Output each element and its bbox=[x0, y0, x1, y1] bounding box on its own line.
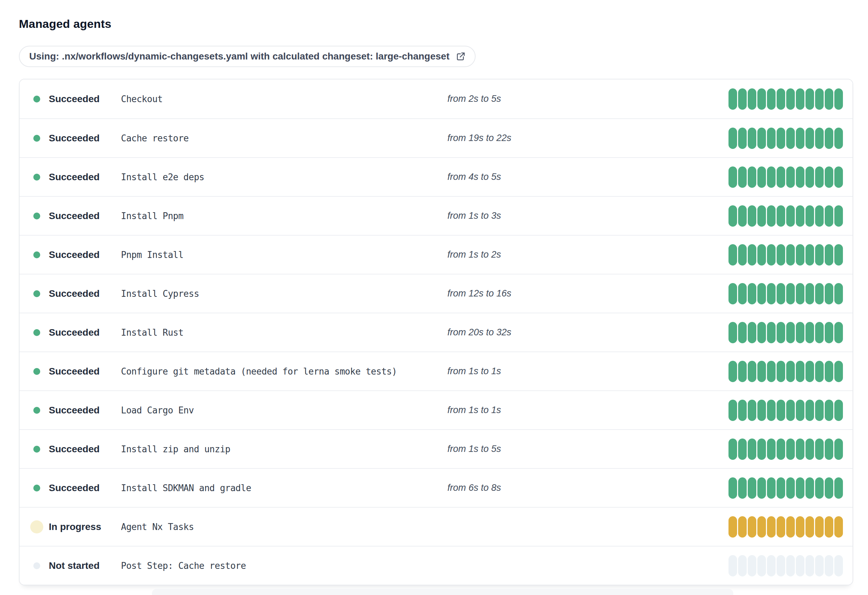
step-name: Install Cypress bbox=[121, 289, 447, 299]
bar-segment bbox=[757, 283, 766, 304]
bar-segment bbox=[767, 88, 776, 110]
bar-segment bbox=[796, 516, 805, 537]
bar-segment bbox=[786, 166, 795, 188]
bar-segment bbox=[776, 516, 785, 537]
status-indicator bbox=[33, 247, 49, 262]
bar-segment bbox=[738, 438, 747, 460]
agent-row[interactable]: Succeeded Install zip and unzip from 1s … bbox=[19, 429, 853, 468]
bar-segment bbox=[738, 322, 747, 343]
bar-segment bbox=[748, 88, 756, 110]
bar-segment bbox=[786, 283, 795, 304]
status-label: Succeeded bbox=[49, 172, 121, 183]
bar-segment bbox=[834, 322, 843, 343]
bar-segment bbox=[767, 205, 776, 226]
bar-segment bbox=[776, 283, 785, 304]
bar-segment bbox=[815, 516, 824, 537]
bar-segment bbox=[767, 244, 776, 265]
step-duration: from 1s to 3s bbox=[447, 210, 728, 221]
agent-row[interactable]: Succeeded Install SDKMAN and gradle from… bbox=[19, 468, 853, 507]
bar-segment bbox=[776, 322, 785, 343]
bar-segment bbox=[834, 283, 843, 304]
agent-row[interactable]: Succeeded Pnpm Install from 1s to 2s bbox=[19, 235, 853, 274]
agent-row[interactable]: Succeeded Install e2e deps from 4s to 5s bbox=[19, 157, 853, 196]
bar-segment bbox=[815, 438, 824, 460]
bar-segment bbox=[767, 283, 776, 304]
agent-row[interactable]: Succeeded Install Rust from 20s to 32s bbox=[19, 312, 853, 351]
status-indicator bbox=[33, 519, 49, 534]
bar-segment bbox=[786, 205, 795, 226]
bar-segment bbox=[748, 244, 756, 265]
bar-segment bbox=[728, 516, 737, 537]
bar-segment bbox=[815, 205, 824, 226]
bar-segment bbox=[806, 361, 814, 382]
progress-bar bbox=[728, 244, 843, 265]
bar-segment bbox=[815, 88, 824, 110]
workflow-banner[interactable]: Using: .nx/workflows/dynamic-changesets.… bbox=[19, 46, 475, 67]
agent-row[interactable]: Succeeded Cache restore from 19s to 22s bbox=[19, 118, 853, 157]
bar-segment bbox=[834, 127, 843, 149]
progress-bar bbox=[728, 555, 843, 576]
bar-segment bbox=[825, 244, 833, 265]
bar-segment bbox=[834, 477, 843, 499]
bar-segment bbox=[834, 166, 843, 188]
bar-segment bbox=[748, 438, 756, 460]
bar-segment bbox=[825, 477, 833, 499]
bar-segment bbox=[757, 88, 766, 110]
agent-row[interactable]: Succeeded Install Cypress from 12s to 16… bbox=[19, 274, 853, 312]
step-name: Install e2e deps bbox=[121, 172, 447, 182]
bar-segment bbox=[815, 127, 824, 149]
step-name: Load Cargo Env bbox=[121, 405, 447, 416]
bar-segment bbox=[806, 400, 814, 421]
status-label: Not started bbox=[49, 560, 121, 571]
bar-segment bbox=[834, 244, 843, 265]
bar-segment bbox=[796, 477, 805, 499]
bar-segment bbox=[806, 244, 814, 265]
bar-segment bbox=[748, 127, 756, 149]
bar-segment bbox=[757, 322, 766, 343]
step-name: Configure git metadata (needed for lerna… bbox=[121, 366, 447, 377]
status-label: Succeeded bbox=[49, 444, 121, 455]
bar-segment bbox=[767, 400, 776, 421]
step-duration: from 1s to 1s bbox=[447, 366, 728, 377]
bar-segment bbox=[834, 205, 843, 226]
external-link-icon[interactable] bbox=[456, 51, 466, 62]
bar-segment bbox=[728, 88, 737, 110]
bar-segment bbox=[834, 361, 843, 382]
bar-segment bbox=[825, 516, 833, 537]
status-label: Succeeded bbox=[49, 366, 121, 377]
progress-bar bbox=[728, 88, 843, 110]
agent-row[interactable]: In progress Agent Nx Tasks bbox=[19, 507, 853, 546]
agent-row[interactable]: Succeeded Install Pnpm from 1s to 3s bbox=[19, 196, 853, 235]
status-indicator bbox=[33, 325, 49, 340]
bar-segment bbox=[738, 477, 747, 499]
agent-row[interactable]: Succeeded Configure git metadata (needed… bbox=[19, 351, 853, 390]
bar-segment bbox=[825, 438, 833, 460]
status-label: In progress bbox=[49, 521, 121, 533]
bar-segment bbox=[825, 361, 833, 382]
bar-segment bbox=[825, 283, 833, 304]
bar-segment bbox=[767, 477, 776, 499]
agent-row[interactable]: Succeeded Checkout from 2s to 5s bbox=[19, 80, 853, 118]
progress-bar bbox=[728, 516, 843, 537]
bar-segment bbox=[786, 438, 795, 460]
status-dot-halo bbox=[30, 520, 43, 533]
bar-segment bbox=[757, 244, 766, 265]
progress-bar bbox=[728, 361, 843, 382]
bar-segment bbox=[796, 438, 805, 460]
agent-row[interactable]: Succeeded Load Cargo Env from 1s to 1s bbox=[19, 390, 853, 429]
bar-segment bbox=[728, 127, 737, 149]
status-indicator bbox=[33, 558, 49, 573]
step-duration: from 1s to 1s bbox=[447, 405, 728, 416]
bar-segment bbox=[796, 127, 805, 149]
bar-segment bbox=[815, 244, 824, 265]
bar-segment bbox=[738, 283, 747, 304]
agent-row[interactable]: Not started Post Step: Cache restore bbox=[19, 546, 853, 585]
progress-bar bbox=[728, 438, 843, 460]
status-dot-halo bbox=[30, 326, 43, 339]
bar-segment bbox=[738, 555, 747, 576]
bar-segment bbox=[767, 516, 776, 537]
status-label: Succeeded bbox=[49, 249, 121, 260]
bar-segment bbox=[748, 400, 756, 421]
bar-segment bbox=[806, 88, 814, 110]
progress-bar bbox=[728, 477, 843, 499]
